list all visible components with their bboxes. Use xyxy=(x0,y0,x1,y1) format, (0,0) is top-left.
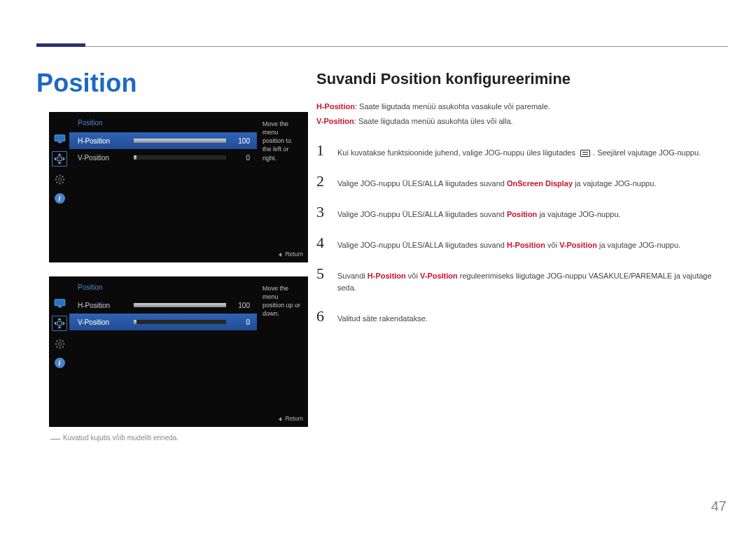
svg-line-15 xyxy=(62,176,63,177)
kw-vposition: V-Position xyxy=(420,272,458,280)
step2-pre: Valige JOG-nuppu ÜLES/ALLA liigutades su… xyxy=(337,179,507,188)
kw-position: Position xyxy=(507,210,537,218)
kw-onscreen: OnScreen Display xyxy=(507,179,573,188)
step-2: 2 Valige JOG-nuppu ÜLES/ALLA liigutades … xyxy=(316,172,721,190)
svg-rect-0 xyxy=(55,134,65,141)
slider-track xyxy=(134,139,226,143)
return-arrow-icon xyxy=(279,417,281,421)
osd-help-text: Move the menu position to the left or ri… xyxy=(257,113,307,262)
step1-post: . Seejärel vajutage JOG-nuppu. xyxy=(593,148,701,157)
step-text: Kui kuvatakse funktsioonide juhend, vali… xyxy=(337,143,701,160)
slider-track xyxy=(134,155,226,160)
kw-vposition: V-Position xyxy=(316,117,354,125)
step2-post: ja vajutage JOG-nuppu. xyxy=(573,179,656,188)
step-text: Valige JOG-nuppu ÜLES/ALLA liigutades su… xyxy=(337,204,621,221)
svg-marker-19 xyxy=(57,318,61,321)
step-text: Valige JOG-nuppu ÜLES/ALLA liigutades su… xyxy=(337,174,656,190)
step-number: 3 xyxy=(316,203,328,221)
osd-row-label: V-Position xyxy=(78,318,128,326)
step3-post: ja vajutage JOG-nuppu. xyxy=(537,210,620,218)
step-number: 2 xyxy=(316,172,328,190)
svg-rect-1 xyxy=(58,141,62,143)
osd-screenshot-vposition: i Position H-Position 100 V-Position 0 M… xyxy=(49,276,308,427)
osd-row-value: 100 xyxy=(232,302,250,309)
return-arrow-icon xyxy=(279,253,281,257)
svg-rect-17 xyxy=(58,306,62,307)
step6-text: Valitud säte rakendatakse. xyxy=(337,314,428,323)
desc-hposition-text: : Saate liigutada menüü asukohta vasakul… xyxy=(355,102,550,111)
desc-vposition: V-Position: Saate liigutada menüü asukoh… xyxy=(316,114,721,129)
osd-help-text: Move the menu position up or down. xyxy=(257,277,307,426)
step5-mid: või xyxy=(406,272,420,280)
header-accent xyxy=(36,43,85,47)
svg-line-31 xyxy=(62,340,63,342)
osd-screenshot-hposition: i Position H-Position 100 V-Position 0 M… xyxy=(49,112,308,262)
move-icon xyxy=(53,153,66,165)
slider-track xyxy=(134,320,226,324)
step3-pre: Valige JOG-nuppu ÜLES/ALLA liigutades su… xyxy=(337,210,507,218)
svg-marker-21 xyxy=(54,321,57,325)
page-number: 47 xyxy=(711,498,727,514)
step4-pre: Valige JOG-nuppu ÜLES/ALLA liigutades su… xyxy=(337,241,507,249)
osd-sidebar: i xyxy=(50,113,69,262)
desc-hposition: H-Position: Saate liigutada menüü asukoh… xyxy=(316,99,721,114)
gear-icon xyxy=(53,173,66,185)
info-icon: i xyxy=(55,358,65,368)
content-column: Suvandi Position konfigureerimine H-Posi… xyxy=(316,70,721,338)
osd-row-value: 100 xyxy=(232,137,250,145)
step-number: 5 xyxy=(316,265,328,283)
osd-row-hposition: H-Position 100 xyxy=(69,297,257,314)
svg-point-23 xyxy=(58,342,62,346)
osd-row-vposition: V-Position 0 xyxy=(69,314,257,330)
steps-list: 1 Kui kuvatakse funktsioonide juhend, va… xyxy=(316,141,721,325)
osd-row-label: H-Position xyxy=(78,137,128,145)
svg-line-29 xyxy=(62,346,63,347)
svg-rect-18 xyxy=(57,321,61,325)
section-heading: Suvandi Position konfigureerimine xyxy=(316,70,721,88)
step-text: Valige JOG-nuppu ÜLES/ALLA liigutades su… xyxy=(337,235,680,252)
svg-rect-16 xyxy=(55,299,65,305)
step1-pre: Kui kuvatakse funktsioonide juhend, vali… xyxy=(337,148,578,157)
step-6: 6 Valitud säte rakendatakse. xyxy=(316,307,721,325)
svg-line-28 xyxy=(56,340,57,342)
osd-main: Position H-Position 100 V-Position 0 xyxy=(69,113,257,262)
step5-pre: Suvandi xyxy=(337,272,368,280)
page-title: Position xyxy=(36,69,137,98)
svg-line-30 xyxy=(56,346,57,347)
step-4: 4 Valige JOG-nuppu ÜLES/ALLA liigutades … xyxy=(316,234,721,252)
monitor-icon xyxy=(53,297,66,309)
osd-row-hposition: H-Position 100 xyxy=(69,132,257,149)
svg-marker-3 xyxy=(57,153,61,156)
menu-icon xyxy=(580,150,590,157)
slider-track xyxy=(134,303,226,307)
svg-line-14 xyxy=(56,181,57,183)
header-rule xyxy=(36,46,728,47)
step-text: Suvandi H-Position või V-Position regule… xyxy=(337,266,721,295)
kw-hposition: H-Position xyxy=(368,272,406,280)
footnote: ―Kuvatud kujutis võib mudeliti erineda. xyxy=(50,433,178,444)
svg-marker-20 xyxy=(57,327,61,330)
kw-hposition: H-Position xyxy=(507,241,545,249)
svg-rect-2 xyxy=(57,157,61,160)
osd-row-label: H-Position xyxy=(78,302,128,309)
step-text: Valitud säte rakendatakse. xyxy=(337,309,428,325)
svg-line-13 xyxy=(62,181,63,183)
svg-marker-22 xyxy=(63,321,66,325)
kw-vposition: V-Position xyxy=(559,241,597,249)
step-number: 4 xyxy=(316,234,328,252)
osd-header: Position xyxy=(69,113,257,132)
osd-main: Position H-Position 100 V-Position 0 xyxy=(69,277,257,426)
gear-icon xyxy=(53,337,66,350)
svg-point-7 xyxy=(58,178,62,181)
osd-header: Position xyxy=(69,277,257,297)
return-label: Return xyxy=(285,251,303,258)
osd-footer: Return xyxy=(69,415,307,426)
move-icon xyxy=(53,317,66,330)
step-3: 3 Valige JOG-nuppu ÜLES/ALLA liigutades … xyxy=(316,203,721,221)
footnote-dash: ― xyxy=(50,433,60,444)
step4-post: ja vajutage JOG-nuppu. xyxy=(597,241,680,249)
kw-hposition: H-Position xyxy=(316,102,355,111)
step-1: 1 Kui kuvatakse funktsioonide juhend, va… xyxy=(316,141,721,160)
step-number: 6 xyxy=(316,307,328,325)
osd-row-label: V-Position xyxy=(78,154,128,162)
